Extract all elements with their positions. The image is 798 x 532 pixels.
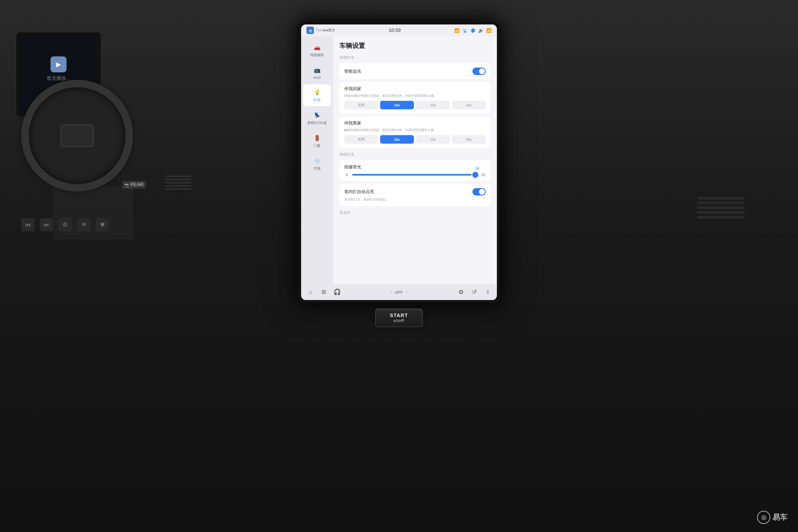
hud-icon: 📺 — [313, 66, 321, 75]
auto-interior-toggle[interactable] — [472, 188, 486, 195]
driver-assist-icon: 🚗 — [313, 43, 321, 52]
internal-lights-header: 内部灯光 — [339, 152, 491, 157]
nav-heat-btn[interactable]: ⦀ — [481, 287, 494, 298]
settings-btn[interactable]: ⚙ — [58, 218, 72, 231]
external-lights-header: 外部灯光 — [339, 55, 491, 60]
watermark: ◎ 易车 — [757, 511, 787, 524]
sidebar-item-hud[interactable]: 📺 HUD — [303, 62, 331, 83]
auto-interior-light-row: 室内灯自动点亮 开启车门后，室内灯自动亮起。 — [339, 184, 491, 206]
follow-away-desc: 解锁车辆后外部灯光亮起，延迟10秒关闭，为用户照亮显车之路。 — [344, 128, 486, 132]
interactive-light-header: 交互灯 — [339, 210, 491, 215]
signal-icon: 📡 — [462, 28, 468, 33]
backlight-slider-container: 0 10 10 — [344, 173, 486, 177]
slider-fill: 10 — [352, 174, 471, 175]
tablet-screen: 🤖 门-i ife●黑洋 10:59 📶 📡 🔷 🔊 📶 — [301, 24, 497, 300]
follow-away-off-btn[interactable]: 关闭 — [344, 135, 378, 144]
page-title: 车辆设置 — [339, 41, 491, 50]
smart-high-beam-label: 智能远光 — [344, 69, 361, 74]
button-backlight-title: 按键背光 — [344, 165, 486, 170]
tablet-container: 🤖 门-i ife●黑洋 10:59 📶 📡 🔷 🔊 📶 — [298, 21, 500, 303]
nav-headphones-btn[interactable]: 🎧 — [330, 287, 344, 298]
sidebar: 🚗 驾驶辅助 📺 HUD 💡 灯光 💺 座椅&方向盘 — [301, 36, 333, 284]
dash-controls: ⏮ ⏭ ⚙ ❄ ✱ — [21, 218, 109, 231]
start-text: START — [390, 313, 408, 318]
sidebar-label-driver-assist: 驾驶辅助 — [310, 53, 324, 57]
vent-slots-right — [697, 197, 745, 218]
start-stop-button[interactable]: START stoP — [375, 308, 423, 327]
vent-slot-1 — [697, 197, 745, 200]
nav-home-btn[interactable]: ⌂ — [304, 287, 317, 298]
app-icon: 🤖 — [306, 26, 314, 34]
follow-away-10s-btn[interactable]: 10s — [380, 135, 414, 144]
sidebar-label-lights: 灯光 — [314, 98, 321, 102]
fan-btn[interactable]: ❄ — [77, 218, 91, 231]
rear-label: 📷 REAR — [122, 181, 146, 189]
backlight-slider-track[interactable]: 10 — [352, 174, 478, 175]
sidebar-item-seat-wheel[interactable]: 💺 座椅&方向盘 — [303, 107, 331, 129]
smart-high-beam-row: 智能远光 — [339, 63, 491, 79]
watermark-text: 易车 — [773, 512, 787, 522]
sidebar-label-ac: 空调 — [314, 166, 321, 171]
follow-home-20s-btn[interactable]: 20s — [416, 101, 450, 109]
slider-thumb[interactable]: 10 — [472, 172, 478, 178]
battery-icon: 📶 — [486, 28, 492, 33]
nav-next-btn[interactable]: › — [406, 289, 408, 295]
vent-slot-3 — [697, 206, 745, 209]
follow-home-label: 伴我回家 — [344, 86, 361, 92]
bottom-nav: ⌂ ⊞ 🎧 ‹ OFF › ✿ ↺ ⦀ — [301, 284, 497, 300]
sidebar-item-ac[interactable]: ❄️ 空调 — [303, 153, 331, 175]
status-left: 🤖 门-i ife●黑洋 — [306, 26, 335, 34]
door-icon: 🚪 — [313, 134, 321, 142]
follow-away-label: 伴我离家 — [344, 120, 361, 126]
volume-icon: 🔊 — [478, 28, 483, 33]
button-backlight-row: 按键背光 0 10 10 — [339, 160, 491, 181]
follow-home-time-buttons: 关闭 10s 20s 30s — [344, 101, 486, 109]
nav-off-label: OFF — [395, 290, 403, 294]
follow-away-time-buttons: 关闭 10s 20s 30s — [344, 135, 486, 144]
slider-min-label: 0 — [344, 173, 349, 177]
sidebar-item-door[interactable]: 🚪 门窗 — [303, 130, 331, 152]
steering-wheel-area — [0, 53, 159, 292]
skip-back-btn[interactable]: ⏮ — [21, 218, 35, 231]
sidebar-label-door: 门窗 — [314, 144, 321, 148]
lights-icon: 💡 — [313, 88, 321, 97]
auto-interior-title-row: 室内灯自动点亮 — [344, 188, 486, 195]
nav-recirculate-btn[interactable]: ↺ — [468, 287, 481, 298]
sidebar-label-seat: 座椅&方向盘 — [307, 120, 327, 125]
nav-prev-btn[interactable]: ‹ — [390, 289, 392, 295]
ac-icon: ❄️ — [313, 157, 321, 165]
follow-home-10s-btn[interactable]: 10s — [380, 101, 414, 109]
skip-fwd-btn[interactable]: ⏭ — [40, 218, 53, 231]
nav-fan-btn[interactable]: ✿ — [454, 287, 468, 298]
seat-icon: 💺 — [313, 111, 321, 119]
status-time: 10:59 — [388, 28, 401, 33]
auto-interior-label: 室内灯自动点亮 — [344, 189, 374, 195]
status-bar: 🤖 门-i ife●黑洋 10:59 📶 📡 🔷 🔊 📶 — [301, 24, 497, 36]
nav-grid-btn[interactable]: ⊞ — [317, 287, 330, 298]
slider-value: 10 — [475, 167, 480, 170]
wifi-icon: 📶 — [454, 28, 460, 33]
follow-home-title-row: 伴我回家 — [344, 86, 486, 92]
air-vent-left — [165, 175, 191, 190]
sidebar-label-hud: HUD — [314, 76, 321, 79]
nav-center: ‹ OFF › — [344, 289, 454, 295]
watermark-icon: ◎ — [757, 511, 770, 524]
button-backlight-label: 按键背光 — [344, 165, 361, 170]
smart-high-beam-toggle[interactable] — [472, 68, 486, 75]
follow-home-30s-btn[interactable]: 30s — [452, 101, 486, 109]
vent-slot-2 — [697, 202, 745, 204]
follow-home-off-btn[interactable]: 关闭 — [344, 101, 378, 109]
asterisk-btn[interactable]: ✱ — [96, 218, 109, 231]
tablet-content: 🚗 驾驶辅助 📺 HUD 💡 灯光 💺 座椅&方向盘 — [301, 36, 497, 284]
sidebar-item-driver-assist[interactable]: 🚗 驾驶辅助 — [303, 39, 331, 61]
bluetooth-icon: 🔷 — [470, 28, 476, 33]
follow-away-20s-btn[interactable]: 20s — [416, 135, 450, 144]
follow-away-30s-btn[interactable]: 30s — [452, 135, 486, 144]
vent-slot-5 — [697, 216, 745, 218]
slider-max-label: 10 — [480, 173, 486, 177]
vent-slot-4 — [697, 211, 745, 214]
settings-panel: 车辆设置 外部灯光 智能远光 伴我回家 — [333, 36, 497, 284]
smart-high-beam-title: 智能远光 — [344, 68, 486, 75]
sidebar-item-lights[interactable]: 💡 灯光 — [303, 84, 331, 106]
status-icons: 📶 📡 🔷 🔊 📶 — [454, 28, 492, 33]
